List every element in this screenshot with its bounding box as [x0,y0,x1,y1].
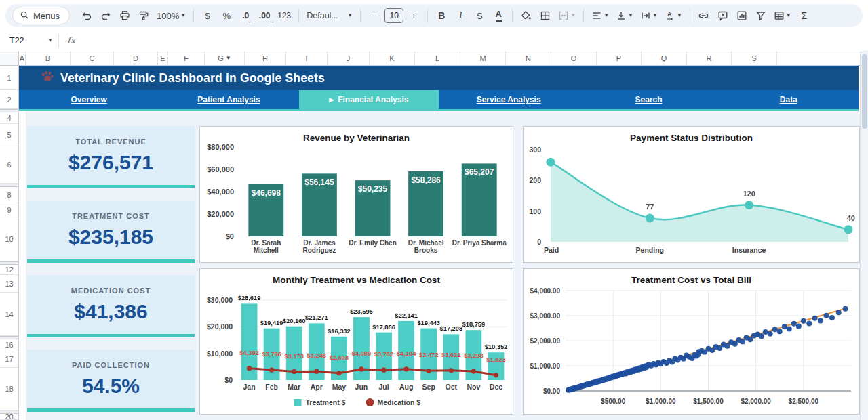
column-header-P[interactable]: P [597,51,642,65]
kpi-value: 54.5% [82,375,140,398]
tab-service-analysis[interactable]: Service Analysis [439,90,578,109]
column-header-R[interactable]: R [687,51,732,65]
column-header-B[interactable]: B [26,51,71,65]
svg-text:$1,000.00: $1,000.00 [646,398,676,405]
bold-button[interactable]: B [433,7,450,24]
paint-format-button[interactable] [135,7,153,24]
create-filter-button[interactable] [752,7,770,24]
insert-link-button[interactable] [695,7,713,24]
decrease-font-size-button[interactable]: − [366,7,383,24]
column-header-S[interactable]: S [732,51,777,65]
menus-label: Menus [33,11,60,21]
text-rotation-button[interactable]: A ▼ [662,7,685,24]
tab-overview[interactable]: Overview [19,90,159,109]
column-header-L[interactable]: L [415,51,460,65]
column-filter-icon[interactable]: ▼ [226,56,231,61]
redo-button[interactable] [97,7,115,24]
more-formats-button[interactable]: 123 [275,7,294,24]
column-header-D[interactable]: D [114,51,158,65]
insert-chart-button[interactable] [733,7,751,24]
scrollbar-thumb[interactable] [862,54,867,129]
insert-comment-button[interactable] [714,7,732,24]
row-header-20[interactable]: 20 [0,414,18,420]
svg-text:$16,332: $16,332 [328,328,351,335]
caret-down-icon: ▼ [347,13,353,18]
tab-search[interactable]: Search [578,90,718,109]
row-header-6[interactable]: 6 [0,146,18,184]
vertical-scrollbar[interactable] [860,51,868,420]
print-button[interactable] [116,7,134,24]
borders-button[interactable] [536,7,554,24]
caret-down-icon: ▼ [652,13,658,18]
functions-button[interactable]: Σ [795,7,813,24]
toolbar-divider [427,9,428,22]
tab-patient-analysis[interactable]: Patient Analysis [159,90,298,109]
italic-button[interactable]: I [452,7,469,24]
strikethrough-button[interactable]: S [471,7,488,24]
column-header-Q[interactable]: Q [642,51,687,65]
format-percent-button[interactable]: % [218,7,235,24]
chart-treatment-cost-vs-total-bill[interactable]: Treatment Cost vs Total Bill $0.00$1,000… [523,268,860,415]
increase-font-size-button[interactable]: + [405,7,422,24]
filter-icon [755,10,766,21]
undo-button[interactable] [78,7,96,24]
toolbar-divider [690,9,690,22]
row-header-2[interactable]: 2 [0,90,18,109]
row-header-9[interactable]: 9 [0,203,18,217]
column-header-I[interactable]: I [286,51,328,65]
svg-text:120: 120 [743,190,755,198]
row-header-12[interactable]: 12 [0,265,18,275]
column-header-filler [777,51,868,65]
svg-text:$1,823: $1,823 [486,356,505,363]
name-box[interactable]: T22 ▼ [0,36,58,45]
horizontal-align-button[interactable]: ▼ [589,7,612,24]
font-select[interactable]: Defaul... ▼ [304,7,355,24]
row-header-13[interactable]: 13 [0,275,18,293]
row-header-17[interactable]: 17 [0,350,18,368]
column-headers: ABCDEFG▼HIJKLMNOPQRS [0,51,868,66]
tab-financial-analysis[interactable]: ▶Financial Analysis [299,90,439,109]
tab-data[interactable]: Data [719,90,859,109]
row-header-8[interactable]: 8 [0,187,18,203]
fill-color-button[interactable] [517,7,535,24]
chart-payment-status-distribution[interactable]: Payment Status Distribution 010020030077… [523,126,860,263]
table-views-button[interactable]: ▼ [771,7,794,24]
svg-text:Dr. Michael: Dr. Michael [408,239,444,247]
column-header-O[interactable]: O [551,51,597,65]
column-header-H[interactable]: H [245,51,286,65]
column-header-A[interactable]: A [19,51,26,65]
menus-button[interactable]: Menus [12,7,70,24]
bar-chart: $0$20,000$40,000$60,000$80,000$46,698Dr.… [200,143,513,258]
chart-revenue-by-veterinarian[interactable]: Revenue by Veterinarian $0$20,000$40,000… [199,126,513,263]
text-wrap-button[interactable]: ▼ [637,7,660,24]
vertical-align-button[interactable]: ▼ [613,7,636,24]
select-all-corner[interactable] [0,51,19,65]
font-size-input[interactable]: 10 [384,8,403,23]
increase-decimal-button[interactable]: .00→ [256,7,273,24]
row-header-1[interactable]: 1 [0,66,18,90]
row-header-16[interactable]: 16 [0,339,18,350]
merge-cells-button[interactable]: ▼ [555,7,578,24]
chart-monthly-treatment-vs-medication[interactable]: Monthly Treatment vs Medication Cost $0$… [199,268,513,415]
column-header-E[interactable]: E [158,51,168,65]
svg-text:$2,500.00: $2,500.00 [789,398,819,405]
column-header-J[interactable]: J [328,51,370,65]
row-header-18[interactable]: 18 [0,368,18,411]
caret-down-icon: ▼ [677,13,682,18]
column-header-N[interactable]: N [506,51,551,65]
text-color-button[interactable]: A [490,7,507,24]
format-currency-button[interactable]: $ [199,7,216,24]
column-header-F[interactable]: F [168,51,205,65]
row-header-10[interactable]: 10 [0,217,18,261]
zoom-select[interactable]: 100% ▼ [154,7,189,24]
column-header-M[interactable]: M [460,51,506,65]
column-header-K[interactable]: K [370,51,415,65]
row-header-14[interactable]: 14 [0,293,18,336]
row-header-5[interactable]: 5 [0,124,18,146]
svg-text:$19,443: $19,443 [417,320,440,327]
column-header-G[interactable]: G▼ [205,51,245,65]
decrease-decimal-button[interactable]: .0← [237,7,254,24]
row-header-4[interactable]: 4 [0,112,18,124]
column-header-C[interactable]: C [71,51,114,65]
svg-text:$4,089: $4,089 [352,350,371,357]
